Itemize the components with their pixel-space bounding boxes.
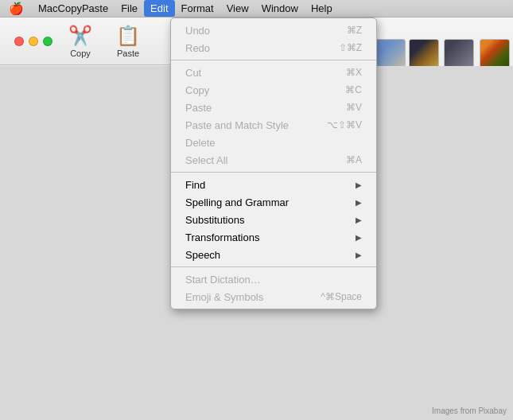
maximize-button[interactable] bbox=[43, 37, 52, 46]
pixabay-credit: Images from Pixabay bbox=[432, 406, 507, 415]
menu-item-copy[interactable]: Copy ⌘C bbox=[171, 81, 376, 99]
menu-item-undo-label: Undo bbox=[185, 25, 210, 37]
menu-item-dictation[interactable]: Start Dictation… bbox=[171, 270, 376, 288]
menu-item-emoji-shortcut: ^⌘Space bbox=[321, 291, 362, 302]
menu-item-spelling[interactable]: Spelling and Grammar ▶ bbox=[171, 193, 376, 211]
menubar-item-help[interactable]: Help bbox=[305, 0, 339, 17]
menu-item-copy-shortcut: ⌘C bbox=[345, 84, 362, 95]
menu-item-spelling-label: Spelling and Grammar bbox=[185, 196, 289, 208]
copy-icon: ✂️ bbox=[68, 25, 92, 47]
menu-item-dictation-label: Start Dictation… bbox=[185, 274, 261, 286]
close-button[interactable] bbox=[14, 37, 24, 46]
menu-item-redo-label: Redo bbox=[185, 42, 210, 54]
menu-item-select-all[interactable]: Select All ⌘A bbox=[171, 151, 376, 169]
paste-button[interactable]: 📋 Paste bbox=[108, 21, 148, 61]
menu-separator-3 bbox=[171, 266, 376, 267]
menu-item-redo-shortcut: ⇧⌘Z bbox=[339, 42, 362, 53]
menu-item-select-all-shortcut: ⌘A bbox=[346, 154, 362, 165]
menu-item-undo-shortcut: ⌘Z bbox=[347, 25, 362, 36]
menu-item-delete[interactable]: Delete bbox=[171, 134, 376, 151]
menu-item-find-arrow: ▶ bbox=[356, 181, 362, 189]
menu-item-cut-label: Cut bbox=[185, 67, 201, 79]
menu-item-speech[interactable]: Speech ▶ bbox=[171, 246, 376, 263]
menu-item-substitutions[interactable]: Substitutions ▶ bbox=[171, 211, 376, 228]
traffic-lights bbox=[8, 37, 52, 46]
edit-menu-dropdown: Undo ⌘Z Redo ⇧⌘Z Cut ⌘X Copy ⌘C Paste ⌘V… bbox=[170, 18, 377, 309]
copy-button[interactable]: ✂️ Copy bbox=[60, 21, 100, 61]
minimize-button[interactable] bbox=[29, 37, 38, 46]
menu-item-paste-match[interactable]: Paste and Match Style ⌥⇧⌘V bbox=[171, 116, 376, 134]
thumb-trees-img bbox=[480, 39, 510, 69]
menubar-item-view[interactable]: View bbox=[220, 0, 255, 17]
menu-item-paste-match-shortcut: ⌥⇧⌘V bbox=[327, 119, 362, 130]
apple-menu[interactable]: 🍎 bbox=[0, 2, 32, 16]
menu-item-paste-label: Paste bbox=[185, 102, 212, 114]
menu-item-paste-shortcut: ⌘V bbox=[346, 102, 362, 113]
menu-item-speech-arrow: ▶ bbox=[356, 251, 362, 259]
menu-separator-1 bbox=[171, 60, 376, 60]
menu-item-speech-label: Speech bbox=[185, 249, 220, 261]
copy-label: Copy bbox=[70, 49, 91, 58]
menu-item-find[interactable]: Find ▶ bbox=[171, 176, 376, 193]
menu-item-find-label: Find bbox=[185, 179, 205, 191]
thumb-theater-img bbox=[409, 39, 439, 69]
menu-item-cut[interactable]: Cut ⌘X bbox=[171, 64, 376, 81]
menu-item-emoji[interactable]: Emoji & Symbols ^⌘Space bbox=[171, 288, 376, 305]
menu-item-transformations[interactable]: Transformations ▶ bbox=[171, 228, 376, 246]
menubar-item-file[interactable]: File bbox=[115, 0, 144, 17]
menu-item-transformations-arrow: ▶ bbox=[356, 233, 362, 242]
menu-item-spelling-arrow: ▶ bbox=[356, 198, 362, 207]
menu-separator-2 bbox=[171, 172, 376, 173]
menubar-item-app[interactable]: MacCopyPaste bbox=[32, 0, 115, 17]
menu-item-emoji-label: Emoji & Symbols bbox=[185, 291, 263, 303]
menubar-item-format[interactable]: Format bbox=[175, 0, 220, 17]
paste-label: Paste bbox=[117, 49, 139, 58]
menu-item-transformations-label: Transformations bbox=[185, 231, 259, 243]
menu-item-redo[interactable]: Redo ⇧⌘Z bbox=[171, 39, 376, 56]
menu-item-undo[interactable]: Undo ⌘Z bbox=[171, 21, 376, 39]
menu-item-cut-shortcut: ⌘X bbox=[346, 67, 362, 78]
menu-item-select-all-label: Select All bbox=[185, 154, 227, 166]
menubar-item-edit[interactable]: Edit bbox=[144, 0, 174, 17]
menubar: 🍎 MacCopyPaste File Edit Format View Win… bbox=[0, 0, 513, 18]
thumb-city-img bbox=[375, 39, 406, 69]
menu-item-paste[interactable]: Paste ⌘V bbox=[171, 99, 376, 116]
paste-icon: 📋 bbox=[116, 25, 140, 47]
thumb-keyboard-img bbox=[444, 39, 474, 69]
menubar-item-window[interactable]: Window bbox=[255, 0, 305, 17]
menu-item-delete-label: Delete bbox=[185, 137, 216, 149]
menu-item-substitutions-arrow: ▶ bbox=[356, 216, 362, 224]
menu-item-substitutions-label: Substitutions bbox=[185, 214, 244, 226]
menu-item-copy-label: Copy bbox=[185, 84, 209, 96]
menu-item-paste-match-label: Paste and Match Style bbox=[185, 119, 289, 131]
